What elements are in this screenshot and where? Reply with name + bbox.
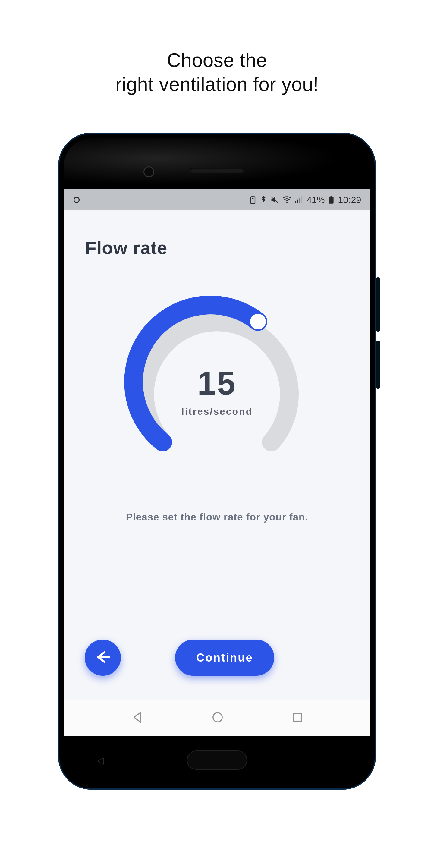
svg-rect-8 bbox=[301, 196, 302, 203]
battery-percent-text: 41% bbox=[307, 195, 324, 205]
speaker-icon bbox=[190, 168, 244, 173]
arrow-left-icon bbox=[95, 650, 111, 665]
flow-rate-gauge[interactable]: 15 litres/second bbox=[124, 291, 310, 460]
android-nav-bar bbox=[64, 700, 370, 736]
carrier-circle-icon bbox=[73, 196, 81, 204]
nav-home-icon[interactable] bbox=[211, 711, 224, 725]
status-bar: 41% 10:29 bbox=[64, 189, 370, 210]
phone-inner: 41% 10:29 Flow rate bbox=[64, 138, 370, 784]
svg-point-4 bbox=[286, 202, 287, 203]
page-title: Flow rate bbox=[85, 238, 355, 258]
svg-rect-7 bbox=[299, 198, 300, 204]
battery-saver-icon bbox=[249, 195, 256, 204]
svg-rect-13 bbox=[293, 714, 301, 721]
app-body: Flow rate 15 litres/second Please set th… bbox=[64, 210, 370, 700]
signal-icon bbox=[295, 196, 303, 204]
nav-recents-icon[interactable] bbox=[291, 711, 304, 724]
svg-rect-10 bbox=[331, 195, 332, 197]
phone-bezel-top bbox=[64, 138, 370, 189]
promo-headline: Choose the right ventilation for you! bbox=[116, 48, 319, 96]
phone-bezel-bottom: ◁ □ bbox=[64, 736, 370, 784]
phone-frame: 41% 10:29 Flow rate bbox=[58, 133, 376, 789]
hint-text: Please set the flow rate for your fan. bbox=[79, 512, 355, 523]
gauge-unit: litres/second bbox=[124, 406, 310, 417]
power-button bbox=[376, 341, 380, 389]
svg-rect-2 bbox=[252, 195, 254, 197]
clock-text: 10:29 bbox=[338, 195, 361, 205]
svg-rect-6 bbox=[297, 199, 299, 204]
volume-button bbox=[376, 277, 380, 332]
back-button[interactable] bbox=[85, 640, 121, 676]
svg-point-0 bbox=[74, 197, 79, 202]
svg-point-11 bbox=[250, 314, 266, 330]
nav-back-icon[interactable] bbox=[131, 711, 144, 725]
svg-rect-9 bbox=[329, 197, 334, 204]
phone-screen: 41% 10:29 Flow rate bbox=[64, 189, 370, 736]
battery-icon bbox=[328, 195, 334, 204]
promo-line1: Choose the bbox=[116, 48, 319, 72]
svg-rect-5 bbox=[295, 201, 296, 204]
hw-recents-icon: □ bbox=[332, 755, 337, 765]
promo-line2: right ventilation for you! bbox=[116, 72, 319, 96]
svg-point-12 bbox=[213, 713, 222, 722]
front-camera-icon bbox=[144, 166, 154, 177]
mute-icon bbox=[270, 196, 279, 204]
continue-button[interactable]: Continue bbox=[175, 640, 274, 676]
hw-home-button bbox=[187, 750, 247, 770]
bottom-actions: Continue bbox=[79, 640, 355, 700]
gauge-value: 15 bbox=[124, 364, 310, 402]
wifi-icon bbox=[282, 196, 291, 204]
bluetooth-icon bbox=[260, 195, 267, 204]
hw-back-icon: ◁ bbox=[97, 755, 104, 766]
